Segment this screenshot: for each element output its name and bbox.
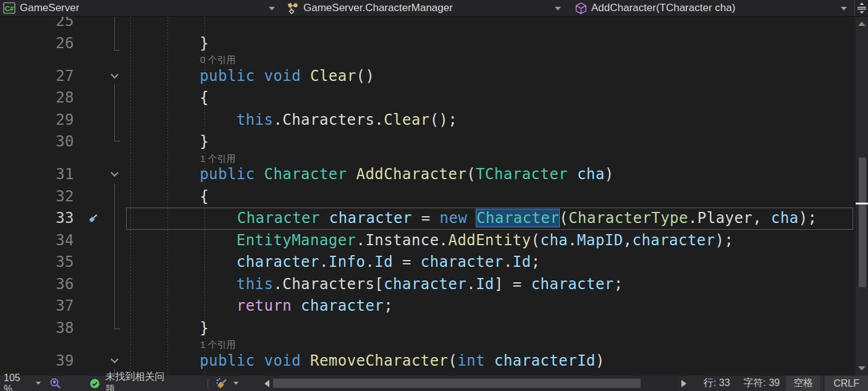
- code-line-25[interactable]: 25: [0, 17, 856, 33]
- code-text[interactable]: {: [126, 87, 853, 109]
- fold-chevron-icon[interactable]: [111, 355, 119, 363]
- code-text[interactable]: public void RemoveCharacter(int characte…: [126, 350, 853, 372]
- line-number[interactable]: 35: [0, 251, 74, 274]
- dropdown-caret-icon: [269, 7, 275, 11]
- code-cleanup-broom-icon: [216, 377, 229, 390]
- code-text[interactable]: }: [126, 131, 853, 153]
- line-number[interactable]: 32: [0, 186, 74, 208]
- code-line-37[interactable]: 37 return character;: [0, 295, 856, 317]
- code-line-39[interactable]: 39 public void RemoveCharacter(int chara…: [0, 350, 856, 372]
- code-line-27[interactable]: 27 public void Clear(): [0, 65, 856, 88]
- glyph-margin: [74, 208, 103, 230]
- code-text[interactable]: this.Characters.Clear();: [126, 109, 853, 132]
- horizontal-scrollbar[interactable]: [272, 376, 679, 391]
- screwdriver-quick-actions-icon[interactable]: [87, 212, 99, 224]
- code-text[interactable]: character.Info.Id = character.Id;: [126, 251, 853, 274]
- line-number[interactable]: 31: [0, 164, 74, 186]
- code-text[interactable]: }: [126, 33, 853, 55]
- divider: [208, 379, 208, 389]
- glyph-margin: [74, 87, 103, 109]
- indentation-mode-button[interactable]: 空格: [786, 376, 820, 391]
- health-text: 未找到相关问题: [105, 371, 170, 391]
- codelens-text[interactable]: 1 个引用: [200, 153, 236, 164]
- fold-chevron-icon[interactable]: [111, 70, 119, 78]
- intellisense-magnifier-icon: [49, 377, 61, 389]
- code-line-33[interactable]: 33 Character character = new Character(C…: [0, 208, 856, 230]
- line-number[interactable]: 30: [0, 131, 74, 153]
- code-text[interactable]: this.Characters[character.Id] = characte…: [126, 274, 853, 296]
- folding-margin: [103, 17, 126, 33]
- folding-margin: [103, 164, 126, 186]
- code-text[interactable]: Character character = new Character(Char…: [126, 208, 853, 230]
- code-text[interactable]: }: [126, 317, 853, 340]
- line-ending-button[interactable]: CRLF: [825, 376, 868, 391]
- type-dropdown-label: GameServer.CharacterManager: [303, 2, 453, 14]
- code-line-26[interactable]: 26 }: [0, 33, 856, 55]
- type-dropdown[interactable]: GameServer.CharacterManager: [282, 0, 568, 16]
- line-number[interactable]: 36: [0, 274, 74, 296]
- codelens-references[interactable]: 1 个引用: [0, 339, 856, 350]
- code-cleanup-button[interactable]: [216, 377, 238, 390]
- scrollbar-up-icon[interactable]: [858, 22, 866, 26]
- project-dropdown[interactable]: C# GameServer: [0, 0, 282, 16]
- glyph-margin: [74, 251, 103, 274]
- codelens-text[interactable]: 1 个引用: [200, 339, 236, 350]
- vertical-scrollbar-thumb[interactable]: [859, 158, 866, 287]
- code-line-35[interactable]: 35 character.Info.Id = character.Id;: [0, 251, 856, 274]
- folding-margin: [103, 109, 126, 132]
- member-dropdown[interactable]: AddCharacter(TCharacter cha): [568, 0, 854, 16]
- folding-margin: [103, 208, 126, 230]
- line-number[interactable]: 39: [0, 350, 74, 372]
- codelens-references[interactable]: 1 个引用: [0, 153, 856, 164]
- code-text[interactable]: [126, 17, 853, 33]
- code-line-31[interactable]: 31 public Character AddCharacter(TCharac…: [0, 164, 856, 186]
- line-number[interactable]: 33: [0, 208, 74, 230]
- code-line-32[interactable]: 32 {: [0, 186, 856, 208]
- intellisense-button[interactable]: [49, 377, 61, 389]
- glyph-margin: [74, 109, 103, 132]
- code-text[interactable]: return character;: [126, 295, 853, 317]
- codelens-references[interactable]: 0 个引用: [0, 54, 856, 65]
- line-number[interactable]: 29: [0, 109, 74, 132]
- line-number[interactable]: 28: [0, 87, 74, 109]
- scroll-right-icon[interactable]: [681, 380, 686, 387]
- health-check-icon: [90, 378, 100, 389]
- vertical-scrollbar[interactable]: [856, 17, 868, 376]
- code-editor[interactable]: 2526 }0 个引用27 public void Clear()28 {29 …: [0, 17, 856, 376]
- code-text[interactable]: public void Clear(): [126, 65, 853, 88]
- fold-chevron-icon[interactable]: [111, 169, 119, 177]
- code-line-36[interactable]: 36 this.Characters[character.Id] = chara…: [0, 274, 856, 296]
- folding-margin: [103, 295, 126, 317]
- line-number[interactable]: 38: [0, 317, 74, 340]
- code-line-28[interactable]: 28 {: [0, 87, 856, 109]
- line-number[interactable]: 25: [0, 17, 74, 33]
- dropdown-caret-icon: [841, 7, 847, 11]
- horizontal-scrollbar-thumb[interactable]: [273, 379, 641, 388]
- split-editor-handle[interactable]: [854, 0, 868, 16]
- code-line-29[interactable]: 29 this.Characters.Clear();: [0, 109, 856, 132]
- folding-margin: [103, 33, 126, 55]
- line-number[interactable]: 37: [0, 295, 74, 317]
- glyph-margin: [74, 350, 103, 372]
- line-number[interactable]: 26: [0, 33, 74, 55]
- code-line-34[interactable]: 34 EntityManager.Instance.AddEntity(cha.…: [0, 230, 856, 252]
- line-number[interactable]: 27: [0, 65, 74, 88]
- scroll-left-icon[interactable]: [264, 380, 269, 387]
- method-cube-icon: [575, 2, 588, 15]
- code-text[interactable]: EntityManager.Instance.AddEntity(cha.Map…: [126, 230, 853, 252]
- cursor-column-indicator: 字符: 39: [744, 377, 780, 390]
- glyph-margin: [74, 33, 103, 55]
- glyph-margin: [74, 164, 103, 186]
- line-number[interactable]: 34: [0, 230, 74, 252]
- code-line-38[interactable]: 38 }: [0, 317, 856, 340]
- zoom-control[interactable]: 105 %: [0, 372, 41, 391]
- scrollbar-down-icon[interactable]: [858, 366, 866, 371]
- code-line-30[interactable]: 30 }: [0, 131, 856, 153]
- code-text[interactable]: public Character AddCharacter(TCharacter…: [126, 164, 853, 186]
- folding-margin: [103, 65, 126, 88]
- codelens-text[interactable]: 0 个引用: [200, 54, 236, 65]
- document-health-indicator[interactable]: 未找到相关问题: [90, 371, 170, 391]
- code-text[interactable]: {: [126, 186, 853, 208]
- glyph-margin: [74, 17, 103, 33]
- project-dropdown-label: GameServer: [20, 2, 79, 14]
